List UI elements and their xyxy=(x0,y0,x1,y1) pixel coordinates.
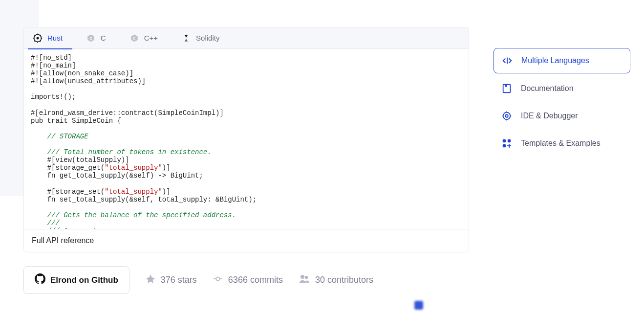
main-content: Rust C C C C++ Solidity #![no_st xyxy=(23,27,469,294)
stat-contributors-label: 30 contributors xyxy=(315,275,373,285)
sidebar-item-label: IDE & Debugger xyxy=(521,112,578,120)
tab-c[interactable]: C C xyxy=(81,27,116,49)
language-tabs: Rust C C C C++ Solidity xyxy=(24,27,469,49)
tab-solidity[interactable]: Solidity xyxy=(176,27,229,49)
svg-point-1 xyxy=(37,37,39,39)
stat-stars-label: 376 stars xyxy=(161,275,197,285)
github-button[interactable]: Elrond on Github xyxy=(23,266,129,294)
sidebar-item-templates-examples[interactable]: Templates & Examples xyxy=(494,131,630,156)
rust-icon xyxy=(33,33,43,43)
code-icon xyxy=(502,55,513,66)
svg-rect-28 xyxy=(508,139,511,142)
commit-icon xyxy=(213,273,223,287)
stat-commits: 6366 commits xyxy=(213,273,283,287)
code-editor[interactable]: #![no_std] #![no_main] #![allow(non_snak… xyxy=(24,49,469,229)
sidebar-item-label: Documentation xyxy=(521,84,574,93)
github-button-label: Elrond on Github xyxy=(50,275,118,285)
svg-line-7 xyxy=(40,41,41,42)
svg-line-6 xyxy=(34,35,35,36)
svg-rect-29 xyxy=(503,144,506,147)
sidebar-item-label: Templates & Examples xyxy=(521,139,601,148)
code-panel: Rust C C C C++ Solidity #![no_st xyxy=(23,27,469,252)
svg-point-22 xyxy=(503,113,511,120)
stat-stars: 376 stars xyxy=(145,273,197,287)
people-icon xyxy=(299,273,310,287)
stat-commits-label: 6366 commits xyxy=(228,275,283,285)
svg-point-14 xyxy=(216,277,219,280)
solidity-icon xyxy=(181,33,191,43)
svg-point-18 xyxy=(305,276,308,279)
api-reference-label: Full API reference xyxy=(32,236,94,245)
sidebar-item-documentation[interactable]: Documentation xyxy=(494,76,630,101)
tab-label: Rust xyxy=(47,34,63,42)
tab-rust[interactable]: Rust xyxy=(28,27,72,49)
sidebar-item-ide-debugger[interactable]: IDE & Debugger xyxy=(494,104,630,128)
book-icon xyxy=(501,83,512,94)
svg-point-21 xyxy=(505,114,508,117)
svg-line-9 xyxy=(40,35,41,36)
cpp-icon: C xyxy=(129,33,139,43)
sidebar-item-label: Multiple Languages xyxy=(521,56,589,65)
tab-label: Solidity xyxy=(196,34,219,42)
sidebar-item-multiple-languages[interactable]: Multiple Languages xyxy=(494,48,630,73)
svg-text:C: C xyxy=(89,36,92,41)
chat-widget-button[interactable] xyxy=(414,301,423,310)
github-stats-row: Elrond on Github 376 stars 6366 commits … xyxy=(23,266,469,294)
svg-line-8 xyxy=(34,41,35,42)
tab-label: C xyxy=(101,34,106,42)
star-icon xyxy=(145,273,156,287)
stat-contributors: 30 contributors xyxy=(299,273,373,287)
github-icon xyxy=(35,273,45,287)
api-reference-link[interactable]: Full API reference xyxy=(24,229,469,252)
gear-icon xyxy=(501,111,512,121)
tab-cpp[interactable]: C C++ xyxy=(125,27,168,49)
c-icon: C xyxy=(86,33,96,43)
svg-rect-27 xyxy=(503,139,506,142)
grid-plus-icon xyxy=(501,138,512,149)
svg-text:C: C xyxy=(133,37,135,40)
svg-point-17 xyxy=(301,275,304,279)
tab-label: C++ xyxy=(144,34,158,42)
sidebar: Multiple Languages Documentation IDE & D… xyxy=(494,48,630,158)
